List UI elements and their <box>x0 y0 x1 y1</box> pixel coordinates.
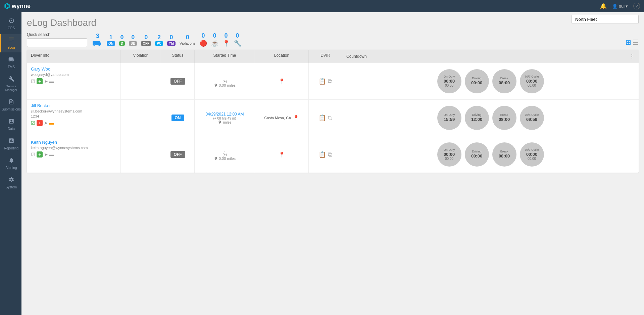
stat-ym-count: 0 <box>170 34 173 41</box>
quick-search-label: Quick search <box>27 32 87 37</box>
dvir-gary: 📋 ⧉ <box>309 63 342 99</box>
cycle-circle-jill: 70/8 Cycle 69:59 <box>520 106 544 130</box>
table-row: Keith Nguyen keith.nguyen@wynnesystems.c… <box>27 136 639 173</box>
stat-d-badge: D <box>119 41 125 46</box>
check-icon-jill[interactable]: ☑ <box>31 120 35 126</box>
sidebar-item-alerting[interactable]: Alerting <box>0 154 21 173</box>
dvir-copy-icon-jill[interactable]: ⧉ <box>328 115 332 122</box>
stat-d[interactable]: 0 D <box>119 34 125 46</box>
list-view-icon[interactable]: ☰ <box>633 38 639 46</box>
plus-icon-jill[interactable]: + <box>37 120 43 126</box>
dvir-copy-icon-gary[interactable]: ⧉ <box>328 78 332 85</box>
stat-off[interactable]: 0 OFF <box>141 34 151 46</box>
sidebar-item-label-gps: GPS <box>8 26 15 30</box>
battery-icon-gary[interactable]: ▬ <box>49 79 54 84</box>
grid-view-icon[interactable]: ⊞ <box>626 38 631 46</box>
sidebar-item-tms[interactable]: TMS <box>0 54 21 72</box>
check-icon-keith[interactable]: ☑ <box>31 152 35 157</box>
sidebar-item-data[interactable]: Data <box>0 116 21 134</box>
location-pin-gary[interactable]: 📍 <box>279 78 285 85</box>
cycle-circle-keith: 70/7 Cycle 00:00 00:00 <box>520 142 544 167</box>
coffee-icon: ☕ <box>211 40 218 47</box>
dvir-calendar-icon-keith[interactable]: 📋 <box>318 151 326 158</box>
arrow-icon-keith[interactable]: ➤ <box>44 152 48 157</box>
sidebar-item-system[interactable]: System <box>0 174 21 192</box>
column-options-icon[interactable]: ⋮ <box>629 53 635 59</box>
driving-circle-keith: Driving 00:00 <box>465 142 489 167</box>
arrow-icon-jill[interactable]: ➤ <box>44 120 48 126</box>
stat-coffee-count: 0 <box>213 32 216 40</box>
sidebar-item-label-reporting: Reporting <box>4 146 18 150</box>
user-menu[interactable]: 👤 null▾ <box>612 4 628 9</box>
driver-info-keith: Keith Nguyen keith.nguyen@wynnesystems.c… <box>27 136 121 173</box>
driver-info-jill: Jill Becker jill.becker@wynnesystems.com… <box>27 100 121 136</box>
location-pin-keith[interactable]: 📍 <box>279 151 285 158</box>
svg-point-0 <box>10 20 12 21</box>
sidebar-item-submissions[interactable]: Submissions <box>0 96 21 114</box>
cycle-circle-gary: 70/7 Cycle 00:00 00:00 <box>520 69 544 93</box>
driver-name-keith[interactable]: Keith Nguyen <box>31 140 57 145</box>
top-nav: ⌬ wynne 🔔 👤 null▾ ? <box>0 0 644 12</box>
quick-search-input[interactable] <box>27 38 87 47</box>
driver-name-gary[interactable]: Gary Woo <box>31 66 50 72</box>
stat-ym[interactable]: 0 YM <box>167 34 176 46</box>
location-keith: 📍 <box>255 136 309 173</box>
sidebar-item-elog[interactable]: eLog <box>0 34 21 52</box>
stat-d-count: 0 <box>120 34 124 41</box>
help-icon[interactable]: ? <box>633 3 640 9</box>
sidebar-item-service-manager[interactable]: Service Manager <box>0 73 21 95</box>
table-row: Gary Woo woogaryd@yahoo.com ☑ + ➤ ▬ OFF … <box>27 63 639 100</box>
stat-sb[interactable]: 0 SB <box>129 34 137 46</box>
dvir-copy-icon-keith[interactable]: ⧉ <box>328 151 332 158</box>
countdown-circles-keith: On-Duty 00:00 00:00 Driving 00:00 Break … <box>346 140 635 169</box>
dvir-icons-gary: 📋 ⧉ <box>318 78 332 85</box>
stat-wrench[interactable]: 0 🔧 <box>234 32 241 47</box>
battery-icon-jill[interactable]: ▬ <box>49 120 54 126</box>
stat-trucks[interactable]: 3 <box>93 33 103 47</box>
sidebar-item-label-submissions: Submissions <box>2 107 21 111</box>
stat-on-badge: ON <box>107 41 115 46</box>
check-icon-gary[interactable]: ☑ <box>31 79 35 84</box>
th-status: Status <box>161 50 195 63</box>
stat-off-count: 0 <box>144 34 148 41</box>
plus-icon-keith[interactable]: + <box>37 151 43 158</box>
stat-pc[interactable]: 2 PC <box>155 34 163 46</box>
view-toggle: ⊞ ☰ <box>626 38 639 47</box>
alerting-icon <box>8 157 14 165</box>
sidebar-item-label-system: System <box>6 185 17 189</box>
countdown-circles-jill: On-Duty 15:59 Driving 12:00 Break 08:00 <box>346 103 635 133</box>
app-name: wynne <box>12 3 31 10</box>
submissions-icon <box>8 99 14 106</box>
sidebar: GPS eLog TMS Service Manager Submissions <box>0 12 21 315</box>
fleet-selector-wrap: North Fleet South Fleet East Fleet West … <box>572 15 639 24</box>
sidebar-item-label-service-manager: Service Manager <box>2 85 20 92</box>
stat-violations[interactable]: 0 Violations <box>180 34 196 45</box>
fleet-selector[interactable]: North Fleet South Fleet East Fleet West … <box>572 15 639 24</box>
dvir-calendar-icon-gary[interactable]: 📋 <box>318 78 326 85</box>
status-badge-gary: OFF <box>170 78 185 85</box>
dvir-calendar-icon-jill[interactable]: 📋 <box>318 114 326 122</box>
stat-fire[interactable]: 0 🔴 <box>200 32 207 47</box>
system-icon <box>8 177 14 184</box>
location-pin-jill[interactable]: 📍 <box>293 115 299 121</box>
stat-pin[interactable]: 0 📍 <box>222 32 230 47</box>
table-header: Driver Info Violation Status Started Tim… <box>27 50 639 63</box>
stat-on[interactable]: 1 ON <box>107 34 115 46</box>
dvir-jill: 📋 ⧉ <box>309 100 342 136</box>
battery-icon-keith[interactable]: ▬ <box>49 152 54 157</box>
driver-info-gary: Gary Woo woogaryd@yahoo.com ☑ + ➤ ▬ <box>27 63 121 99</box>
driver-icons-gary: ☑ + ➤ ▬ <box>31 78 54 84</box>
sidebar-item-gps[interactable]: GPS <box>0 15 21 33</box>
plus-icon-gary[interactable]: + <box>37 78 43 84</box>
status-badge-jill: ON <box>171 115 184 121</box>
stat-trucks-count: 3 <box>96 33 99 40</box>
stat-coffee[interactable]: 0 ☕ <box>211 32 218 47</box>
arrow-icon-gary[interactable]: ➤ <box>44 79 48 84</box>
data-icon <box>8 118 14 126</box>
driver-name-jill[interactable]: Jill Becker <box>31 103 51 108</box>
notification-icon[interactable]: 🔔 <box>600 3 607 9</box>
location-text-jill: Costa Mesa, CA <box>264 116 291 120</box>
sidebar-item-reporting[interactable]: Reporting <box>0 135 21 153</box>
driving-circle-jill: Driving 12:00 <box>465 106 489 130</box>
break-circle-keith: Break 08:00 <box>492 142 516 167</box>
